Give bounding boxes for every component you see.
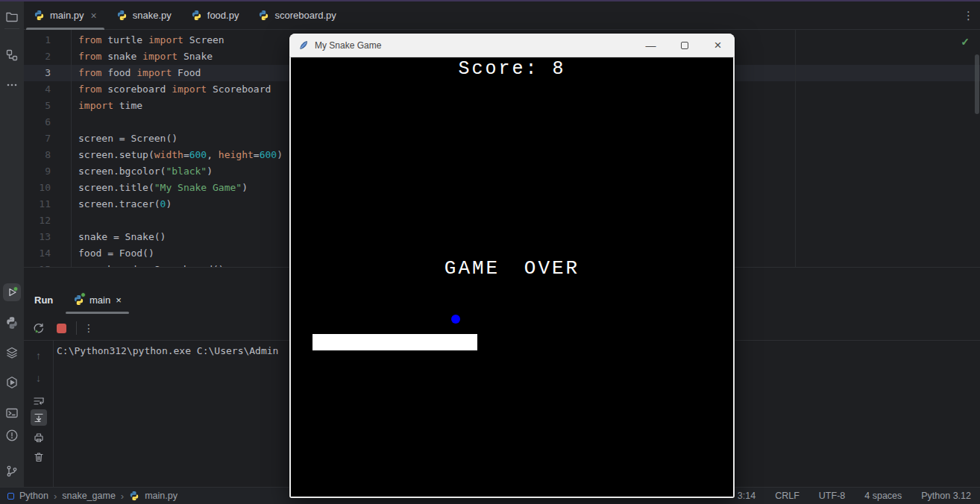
right-margin-guide	[795, 30, 796, 267]
status-caret-position[interactable]: 3:14	[738, 491, 756, 501]
window-controls: — ×	[634, 34, 735, 57]
tab-snake.py[interactable]: snake.py	[107, 1, 181, 29]
line-text: screen = Screen()	[71, 130, 178, 147]
stripe-divider	[4, 28, 19, 29]
stop-button[interactable]	[53, 320, 69, 336]
status-encoding[interactable]: UTF-8	[819, 491, 845, 501]
breadcrumb-file[interactable]: main.py	[145, 491, 178, 501]
console-output-line: C:\Python312\python.exe C:\Users\Admin	[57, 345, 278, 356]
structure-tool-button[interactable]	[3, 46, 21, 64]
services-tool-button[interactable]	[3, 374, 21, 391]
toolbar-separator	[76, 321, 77, 335]
status-line-separator[interactable]: CRLF	[775, 491, 800, 501]
line-number: 6	[24, 114, 71, 130]
gutter-separator	[71, 30, 72, 267]
line-number: 12	[24, 212, 71, 229]
tk-feather-icon	[298, 40, 309, 51]
line-number: 1	[24, 32, 71, 48]
terminal-icon	[5, 406, 19, 420]
tab-main.py[interactable]: main.py×	[24, 1, 107, 29]
folder-icon	[5, 10, 19, 23]
minimize-button[interactable]: —	[634, 34, 668, 57]
line-text: snake = Snake()	[71, 229, 166, 245]
run-panel-title: Run	[34, 294, 53, 306]
python-icon	[5, 316, 19, 330]
line-text: import time	[71, 98, 142, 114]
python-widget-label[interactable]: Python	[19, 491, 48, 501]
problems-tool-button[interactable]	[3, 426, 21, 444]
clear-console-icon[interactable]	[31, 449, 47, 465]
python-file-icon	[258, 10, 269, 21]
line-text: screen.bgcolor("black")	[71, 163, 213, 180]
scroll-to-end-icon[interactable]	[31, 409, 47, 426]
tabbar-more-icon[interactable]: ⋮	[963, 9, 974, 22]
editor-tabs: main.py×snake.pyfood.pyscoreboard.py	[24, 1, 346, 29]
line-text: from snake import Snake	[71, 48, 213, 65]
tab-food.py[interactable]: food.py	[181, 1, 249, 29]
tab-scoreboard.py[interactable]: scoreboard.py	[248, 1, 345, 29]
close-icon[interactable]: ×	[116, 294, 122, 306]
rerun-button[interactable]	[30, 320, 46, 336]
inspections-ok-icon[interactable]: ✓	[961, 36, 970, 48]
line-number: 13	[24, 229, 71, 245]
editor-scrollbar[interactable]	[975, 54, 979, 114]
problems-icon	[5, 429, 19, 442]
line-text: screen.tracer(0)	[71, 196, 172, 212]
line-number: 15	[24, 262, 71, 267]
close-icon[interactable]: ×	[91, 10, 97, 22]
maximize-icon	[681, 42, 688, 49]
line-text: screen.setup(width=600, height=600)	[71, 147, 283, 163]
run-play-icon	[5, 286, 19, 299]
soft-wrap-icon[interactable]	[31, 393, 47, 409]
tab-label: scoreboard.py	[274, 10, 336, 21]
tab-label: main.py	[50, 10, 84, 21]
more-dots-icon	[5, 78, 19, 92]
snake-body	[312, 334, 477, 350]
chevron-right-icon: ›	[54, 491, 57, 502]
run-tab-label: main	[89, 294, 110, 306]
terminal-tool-button[interactable]	[3, 404, 21, 422]
status-interpreter[interactable]: Python 3.12	[921, 491, 971, 501]
print-icon[interactable]	[31, 429, 47, 446]
close-button[interactable]: ×	[701, 34, 735, 57]
line-text: from turtle import Screen	[71, 32, 224, 48]
line-text: from scoreboard import Scoreboard	[71, 81, 271, 98]
game-canvas[interactable]: Score: 8 GAME OVER	[291, 57, 733, 497]
line-text: scoreboard = Scoreboard()	[71, 262, 224, 267]
prev-occurrence-icon[interactable]: ↑	[31, 347, 47, 364]
maximize-button[interactable]	[668, 34, 701, 57]
python-packages-tool-button[interactable]	[3, 314, 21, 332]
game-title-bar[interactable]: My Snake Game — ×	[289, 34, 735, 57]
line-number: 14	[24, 245, 71, 262]
project-tool-button[interactable]	[3, 7, 21, 25]
more-tool-windows-button[interactable]	[3, 76, 21, 94]
line-number: 8	[24, 147, 71, 163]
line-number: 3	[24, 65, 71, 81]
version-control-tool-button[interactable]	[3, 462, 21, 480]
python-file-icon	[191, 10, 202, 21]
game-over-text: GAME OVER	[291, 257, 733, 280]
chevron-right-icon: ›	[121, 491, 124, 502]
line-number: 2	[24, 48, 71, 65]
game-window-title: My Snake Game	[315, 40, 381, 51]
breadcrumb-project[interactable]: snake_game	[62, 491, 116, 501]
line-number: 5	[24, 98, 71, 114]
tab-label: food.py	[207, 10, 239, 21]
python-file-icon	[116, 10, 128, 21]
line-text: screen.title("My Snake Game")	[71, 180, 248, 196]
status-widgets: 3:14CRLFUTF-84 spacesPython 3.12	[738, 491, 971, 501]
git-branch-icon	[5, 464, 19, 478]
run-options-kebab-icon[interactable]: ⋮	[84, 322, 94, 334]
run-toolbar: ⋮	[30, 317, 94, 339]
services-icon	[5, 376, 19, 389]
tab-label: snake.py	[133, 10, 172, 21]
run-tab-main[interactable]: main ×	[66, 287, 129, 312]
run-tool-button[interactable]	[3, 283, 21, 301]
status-indent[interactable]: 4 spaces	[864, 491, 902, 501]
snake-game-window[interactable]: My Snake Game — × Score: 8 GAME OVER	[289, 34, 735, 498]
next-occurrence-icon[interactable]: ↓	[31, 370, 47, 386]
line-number: 10	[24, 180, 71, 196]
line-text: from food import Food	[71, 65, 201, 81]
python-console-tool-button[interactable]	[3, 344, 21, 362]
running-indicator	[81, 292, 86, 297]
